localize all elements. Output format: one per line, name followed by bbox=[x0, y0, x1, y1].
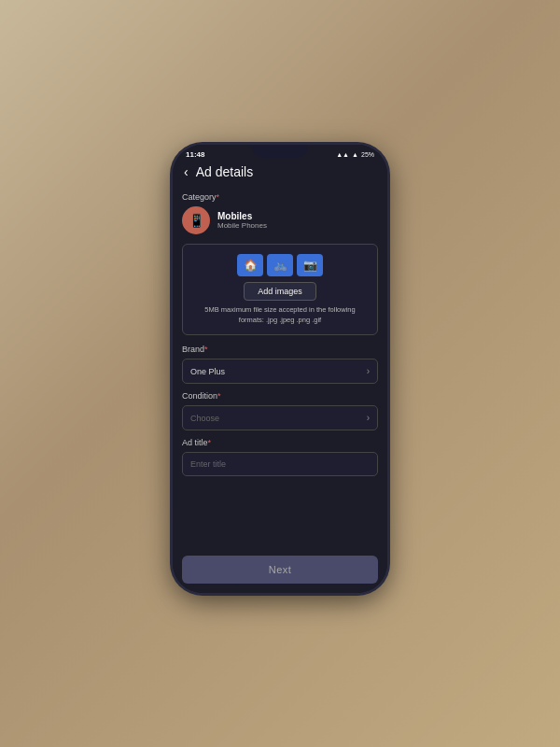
ad-title-label: Ad title* bbox=[182, 438, 378, 447]
page-header: ‹ Ad details bbox=[173, 161, 387, 185]
phone-notch bbox=[252, 145, 308, 158]
brand-chevron-icon: › bbox=[367, 366, 370, 376]
phone-screen: 11:48 ▲▲ ▲ 25% ‹ Ad details Category* 📱 bbox=[173, 145, 387, 593]
image-icon-2: 🚲 bbox=[267, 254, 293, 276]
next-button[interactable]: Next bbox=[182, 556, 378, 584]
category-sub: Mobile Phones bbox=[217, 221, 267, 230]
category-row: 📱 Mobiles Mobile Phones bbox=[182, 206, 378, 234]
brand-field[interactable]: One Plus › bbox=[182, 359, 378, 384]
page-title: Ad details bbox=[196, 164, 253, 179]
ad-title-section: Ad title* Enter title bbox=[182, 438, 378, 476]
condition-field[interactable]: Choose › bbox=[182, 405, 378, 430]
wifi-icon: ▲ bbox=[352, 151, 358, 158]
condition-placeholder: Choose bbox=[190, 414, 219, 423]
condition-label: Condition* bbox=[182, 391, 378, 401]
image-icon-1: 🏠 bbox=[237, 254, 263, 276]
brand-value: One Plus bbox=[190, 367, 225, 376]
next-button-container: Next bbox=[173, 550, 387, 593]
category-text: Mobiles Mobile Phones bbox=[217, 211, 267, 230]
image-upload-box: 🏠 🚲 📷 Add images 5MB maximum file size a… bbox=[182, 244, 378, 335]
back-button[interactable]: ‹ bbox=[184, 164, 189, 179]
brand-section: Brand* One Plus › bbox=[182, 345, 378, 384]
condition-chevron-icon: › bbox=[367, 413, 370, 423]
screen-content: Category* 📱 Mobiles Mobile Phones 🏠 🚲 📷 bbox=[173, 185, 387, 550]
brand-label: Brand* bbox=[182, 345, 378, 354]
image-icons-row: 🏠 🚲 📷 bbox=[237, 254, 323, 276]
upload-hint: 5MB maximum file size accepted in the fo… bbox=[192, 305, 368, 325]
signal-icon: ▲▲ bbox=[336, 151, 349, 158]
condition-section: Condition* Choose › bbox=[182, 391, 378, 430]
category-icon: 📱 bbox=[182, 206, 210, 234]
battery-indicator: 25% bbox=[361, 151, 374, 158]
add-images-button[interactable]: Add images bbox=[244, 282, 316, 301]
status-time: 11:48 bbox=[186, 150, 204, 159]
phone-frame: 11:48 ▲▲ ▲ 25% ‹ Ad details Category* 📱 bbox=[173, 145, 387, 593]
status-icons: ▲▲ ▲ 25% bbox=[336, 151, 374, 158]
category-name: Mobiles bbox=[217, 211, 267, 221]
category-label: Category* bbox=[182, 192, 378, 202]
category-section: Category* 📱 Mobiles Mobile Phones bbox=[182, 192, 378, 234]
ad-title-input[interactable]: Enter title bbox=[182, 452, 378, 476]
image-icon-3: 📷 bbox=[297, 254, 323, 276]
